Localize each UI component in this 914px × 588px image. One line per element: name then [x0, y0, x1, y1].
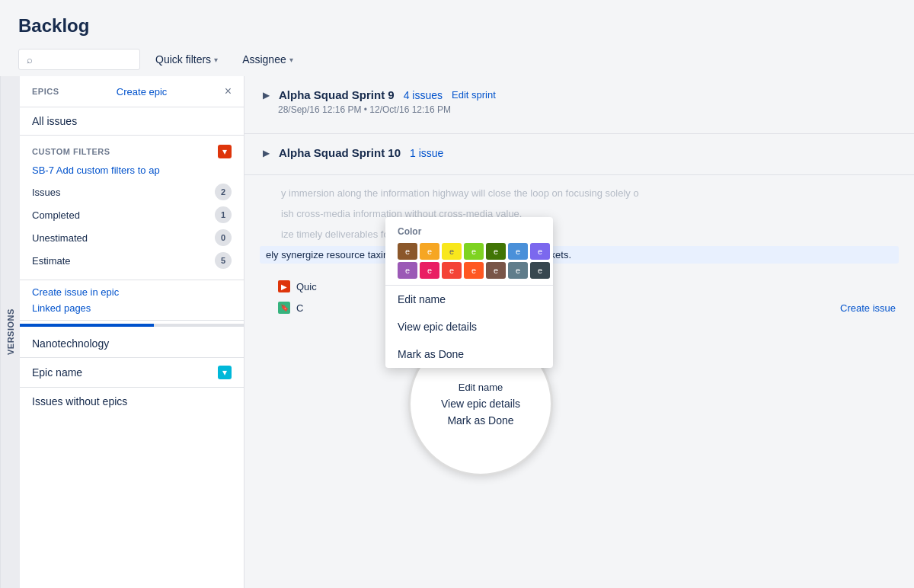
- quick-filters-chevron: ▾: [214, 56, 218, 64]
- page-title: Backlog: [18, 15, 896, 37]
- filter-stat-unestimated-label: Unestimated: [32, 232, 88, 244]
- assignee-button[interactable]: Assignee ▾: [233, 49, 302, 70]
- page-header: Backlog ⌕ Quick filters ▾ Assignee ▾: [0, 0, 914, 76]
- color-swatch-13[interactable]: e: [508, 262, 528, 279]
- magnifier-view: View epic details: [441, 398, 520, 410]
- versions-tab[interactable]: VERSIONS: [0, 76, 20, 588]
- quick-filters-button[interactable]: Quick filters ▾: [146, 49, 227, 70]
- bg-issue-3: ize timely deliverables for real-time sc…: [263, 224, 896, 244]
- filter-stat-completed-label: Completed: [32, 209, 80, 221]
- magnifier-edit: Edit name: [441, 382, 520, 393]
- content-area: VERSIONS EPICS Create epic × All issues …: [0, 76, 914, 588]
- issue-row-2: 🔖 C Create issue: [278, 297, 896, 318]
- close-epics-button[interactable]: ×: [225, 85, 232, 97]
- color-swatch-10[interactable]: e: [442, 262, 462, 279]
- sprint-10-header: ▶ Alpha Squad Sprint 10 1 issue: [263, 146, 896, 159]
- epics-title: EPICS: [32, 87, 59, 96]
- toolbar: ⌕ Quick filters ▾ Assignee ▾: [18, 49, 896, 70]
- color-section: Color e e e e e e e e e: [385, 217, 553, 286]
- panel-actions: Create issue in epic Linked pages: [20, 280, 244, 321]
- issue-icon-red: ▶: [278, 280, 290, 292]
- epics-header: EPICS Create epic ×: [20, 76, 244, 107]
- custom-filter-link[interactable]: SB-7 Add custom filters to ap: [32, 165, 232, 176]
- color-swatch-6[interactable]: e: [508, 243, 528, 260]
- filter-stat-estimate: Estimate 5: [32, 251, 232, 270]
- sprint-9-edit[interactable]: Edit sprint: [452, 89, 496, 101]
- color-grid: e e e e e e e e e e e e: [398, 243, 541, 279]
- linked-pages-link[interactable]: Linked pages: [32, 302, 232, 314]
- progress-bar: [20, 324, 244, 327]
- sprint-9-header: ▶ Alpha Squad Sprint 9 4 issues Edit spr…: [263, 88, 896, 101]
- context-menu[interactable]: Color e e e e e e e e e: [385, 217, 553, 368]
- create-issue-link[interactable]: Create issue: [840, 302, 896, 314]
- all-issues-item[interactable]: All issues: [20, 107, 244, 136]
- color-swatch-11[interactable]: e: [464, 262, 484, 279]
- filter-stat-issues-label: Issues: [32, 187, 61, 198]
- issues-without-epics[interactable]: Issues without epics: [20, 387, 244, 415]
- filter-stat-estimate-count: 5: [215, 252, 232, 269]
- color-swatch-1[interactable]: e: [398, 243, 417, 260]
- search-box[interactable]: ⌕: [18, 49, 140, 70]
- color-swatch-2[interactable]: e: [420, 243, 439, 260]
- epic-name-dropdown[interactable]: ▾: [218, 366, 232, 379]
- color-swatch-14[interactable]: e: [530, 262, 550, 279]
- search-input[interactable]: [37, 53, 132, 66]
- epic-name-label: Epic name: [32, 366, 82, 379]
- filter-stats: Issues 2 Completed 1 Unestimated 0 Estim…: [32, 182, 232, 270]
- filter-stat-unestimated-count: 0: [215, 229, 232, 246]
- assignee-chevron: ▾: [289, 56, 293, 64]
- quick-filters-label: Quick filters: [155, 53, 211, 66]
- custom-filters-header: Custom Filters ▾: [32, 145, 232, 158]
- bg-issue-1: y immersion along the information highwa…: [263, 183, 896, 203]
- filter-stat-unestimated: Unestimated 0: [32, 228, 232, 248]
- sprint-10-name: Alpha Squad Sprint 10: [279, 146, 401, 159]
- issue-rows: ▶ Quic 🔖 C Create issue: [244, 273, 914, 321]
- nanotechnology-epic[interactable]: Nanotechnology: [20, 330, 244, 357]
- sprint-9-count: 4 issues: [404, 89, 443, 101]
- background-issues: y immersion along the information highwa…: [244, 175, 914, 273]
- custom-filters-dropdown[interactable]: ▾: [218, 145, 232, 158]
- epics-panel: EPICS Create epic × All issues Custom Fi…: [20, 76, 244, 588]
- edit-name-item[interactable]: Edit name: [385, 286, 553, 313]
- search-icon: ⌕: [27, 54, 33, 66]
- sprint-9-name: Alpha Squad Sprint 9: [279, 88, 395, 101]
- color-swatch-7[interactable]: e: [530, 243, 550, 260]
- issue-icon-green: 🔖: [278, 302, 290, 314]
- issue-row-1: ▶ Quic: [278, 276, 896, 297]
- color-swatch-8[interactable]: e: [398, 262, 417, 279]
- sprint-9-chevron[interactable]: ▶: [263, 90, 270, 101]
- color-swatch-5[interactable]: e: [486, 243, 506, 260]
- create-epic-link[interactable]: Create epic: [117, 86, 167, 97]
- issue-text-2: C: [296, 302, 834, 314]
- custom-filters-section: Custom Filters ▾ SB-7 Add custom filters…: [20, 136, 244, 280]
- view-epic-details-item[interactable]: View epic details: [385, 313, 553, 340]
- color-swatch-4[interactable]: e: [464, 243, 484, 260]
- color-swatch-9[interactable]: e: [420, 262, 439, 279]
- main-content: ▶ Alpha Squad Sprint 9 4 issues Edit spr…: [244, 76, 914, 588]
- bg-issue-2: ish cross-media information without cros…: [263, 203, 896, 224]
- filter-stat-completed: Completed 1: [32, 205, 232, 225]
- create-issue-in-epic-link[interactable]: Create issue in epic: [32, 286, 232, 298]
- filter-stat-estimate-label: Estimate: [32, 255, 71, 267]
- filter-stat-issues-count: 2: [215, 184, 232, 200]
- color-swatch-12[interactable]: e: [486, 262, 506, 279]
- filter-stat-issues: Issues 2: [32, 182, 232, 202]
- sprint-section-9: ▶ Alpha Squad Sprint 9 4 issues Edit spr…: [244, 76, 914, 134]
- color-label: Color: [398, 226, 541, 237]
- magnifier-mark: Mark as Done: [441, 414, 520, 427]
- color-swatch-3[interactable]: e: [442, 243, 462, 260]
- sprint-10-chevron[interactable]: ▶: [263, 148, 270, 158]
- epic-name-section: Epic name ▾: [20, 357, 244, 387]
- bg-issue-highlighted: ely synergize resource taxing relationsh…: [266, 249, 893, 260]
- sprint-section-10: ▶ Alpha Squad Sprint 10 1 issue: [244, 134, 914, 175]
- mark-as-done-item[interactable]: Mark as Done: [385, 340, 553, 368]
- assignee-label: Assignee: [242, 53, 286, 66]
- sprint-10-count: 1 issue: [410, 147, 443, 159]
- filter-stat-completed-count: 1: [215, 206, 232, 223]
- sprint-9-dates: 28/Sep/16 12:16 PM • 12/Oct/16 12:16 PM: [263, 104, 896, 115]
- custom-filters-title: Custom Filters: [32, 147, 110, 156]
- progress-bar-fill: [20, 324, 154, 327]
